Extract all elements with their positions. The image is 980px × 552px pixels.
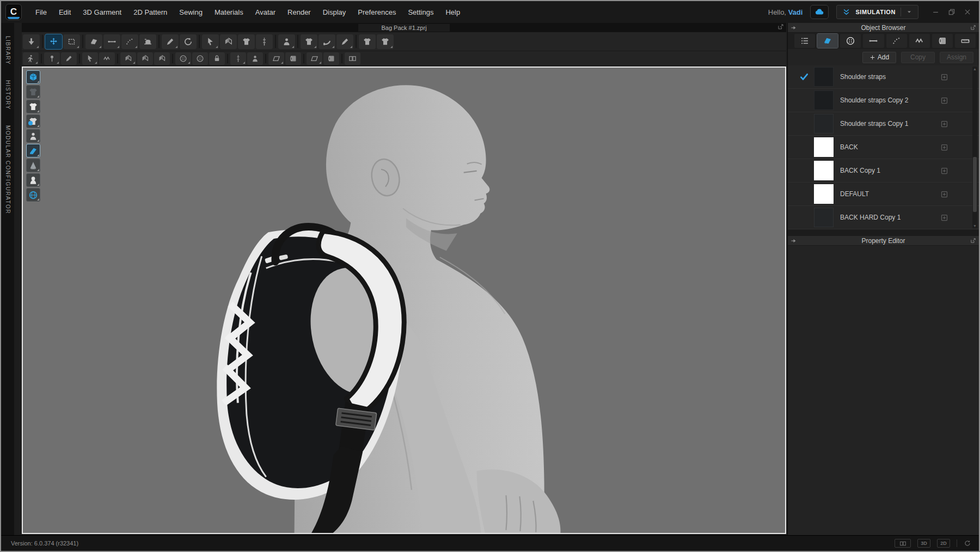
add-button[interactable]: Add	[862, 52, 896, 63]
toolbar-fit-maps-button[interactable]	[301, 34, 317, 49]
toolbar-fold-arrangement-button[interactable]	[220, 34, 237, 49]
copy-button[interactable]: Copy	[901, 52, 935, 63]
fabric-swatch[interactable]	[814, 114, 834, 134]
toolbar-flip-fold-left-button[interactable]	[359, 34, 376, 49]
save-thumbnail-icon[interactable]	[940, 190, 948, 198]
save-thumbnail-icon[interactable]	[940, 120, 948, 128]
fabric-row-shoulder-straps-copy-2[interactable]: Shoulder straps Copy 2	[788, 89, 979, 112]
show-garment-fit-button[interactable]	[26, 100, 40, 113]
fabric-swatch[interactable]	[814, 161, 834, 180]
toolbar-stylus-pen-button[interactable]	[336, 34, 353, 49]
3d-viewport[interactable]	[22, 66, 786, 534]
split-view-button[interactable]	[895, 539, 911, 548]
toolbar-edit-pinpoint-button[interactable]	[103, 34, 120, 49]
list-scrollbar[interactable]: ▲ ▼	[972, 66, 977, 228]
toolbar-arrange-plane-b-button[interactable]	[307, 52, 322, 65]
menu-display[interactable]: Display	[317, 5, 352, 20]
fabric-swatch[interactable]	[814, 208, 834, 227]
toolbar-sewing-edit-button[interactable]	[99, 52, 115, 65]
toolbar-select-box-button[interactable]	[63, 34, 80, 49]
menu-render[interactable]: Render	[281, 5, 317, 20]
toolbar-zipper-button[interactable]	[256, 34, 273, 49]
tab-topstitch[interactable]	[863, 34, 884, 48]
collapse-arrow-icon[interactable]	[791, 238, 797, 244]
assign-button[interactable]: Assign	[940, 52, 973, 63]
fabric-row-shoulder-straps-copy-1[interactable]: Shoulder straps Copy 1	[788, 112, 979, 136]
save-thumbnail-icon[interactable]	[940, 96, 948, 105]
toolbar-sewing-select-button[interactable]	[82, 52, 98, 65]
fabric-swatch[interactable]	[814, 90, 834, 110]
save-thumbnail-icon[interactable]	[940, 73, 948, 81]
fabric-row-back-copy-1[interactable]: BACK Copy 1	[788, 159, 979, 183]
scrollbar-thumb[interactable]	[973, 157, 977, 212]
toolbar-arrange-curve-b-button[interactable]	[323, 52, 339, 65]
toolbar-arrange-plane-button[interactable]	[268, 52, 284, 65]
menu-preferences[interactable]: Preferences	[352, 5, 402, 20]
toolbar-arrange-curve-button[interactable]	[285, 52, 301, 65]
simulation-mode-selector[interactable]: SIMULATION	[836, 5, 918, 19]
menu-edit[interactable]: Edit	[53, 5, 77, 20]
collapse-arrow-icon[interactable]	[791, 25, 797, 31]
popout-icon[interactable]	[777, 23, 784, 30]
toolbar-fold-left-button[interactable]	[120, 52, 136, 65]
fabric-row-shoulder-straps[interactable]: Shoulder straps	[788, 65, 979, 89]
show-avatar-silhouette-button[interactable]	[26, 173, 40, 187]
show-arrangement-points-button[interactable]	[26, 159, 40, 172]
fabric-swatch[interactable]	[814, 67, 834, 87]
clo-cloud-button[interactable]	[810, 5, 829, 19]
tab-stitch[interactable]	[886, 34, 907, 48]
menu-2d-pattern[interactable]: 2D Pattern	[127, 5, 173, 20]
menu-avatar[interactable]: Avatar	[249, 5, 281, 20]
show-pattern-outline-button[interactable]	[26, 144, 40, 157]
toolbar-avatar-size-button[interactable]	[247, 52, 263, 65]
fabric-swatch[interactable]	[814, 137, 834, 157]
toolbar-pin-button[interactable]	[162, 34, 179, 49]
tab-measure[interactable]	[955, 34, 976, 48]
toolbar-arrange-point-button[interactable]	[202, 34, 219, 49]
toolbar-button-select-button[interactable]	[175, 52, 191, 65]
tab-puckering[interactable]	[909, 34, 930, 48]
toolbar-edit-sewing-button[interactable]	[139, 34, 156, 49]
toolbar-edit-curvature-button[interactable]	[121, 34, 138, 49]
show-internal-lines-button[interactable]	[26, 85, 40, 99]
toolbar-zipper-install-button[interactable]	[230, 52, 246, 65]
restore-icon[interactable]	[948, 8, 955, 16]
user-name-link[interactable]: Vadi	[788, 8, 803, 16]
save-thumbnail-icon[interactable]	[940, 143, 948, 151]
minimize-icon[interactable]	[932, 8, 940, 16]
view-3d-button[interactable]: 3D	[917, 539, 930, 548]
fabric-row-back[interactable]: BACK	[788, 136, 979, 159]
toolbar-hanger-button[interactable]	[238, 34, 255, 49]
tab-button[interactable]	[840, 34, 861, 48]
save-thumbnail-icon[interactable]	[940, 214, 948, 222]
close-icon[interactable]	[964, 8, 971, 16]
toolbar-fold-pair-button[interactable]	[137, 52, 153, 65]
menu-settings[interactable]: Settings	[402, 5, 439, 20]
menu-materials[interactable]: Materials	[209, 5, 249, 20]
save-thumbnail-icon[interactable]	[940, 167, 948, 175]
menu-sewing[interactable]: Sewing	[173, 5, 209, 20]
show-avatar-button[interactable]	[26, 129, 40, 143]
toolbar-avatar-walk-button[interactable]	[23, 52, 39, 65]
toolbar-fold-wrinkle-button[interactable]	[154, 52, 170, 65]
chevron-down-icon[interactable]	[906, 9, 912, 15]
toolbar-gizmo-rotate-button[interactable]	[180, 34, 197, 49]
toolbar-pin-remove-button[interactable]	[61, 52, 77, 65]
document-tab[interactable]: Bag Pack #1.zprj	[358, 24, 449, 32]
toolbar-pin-select-button[interactable]	[44, 52, 60, 65]
popout-icon[interactable]	[970, 238, 976, 244]
menu-file[interactable]: File	[29, 5, 53, 20]
toolbar-button-add-button[interactable]	[192, 52, 208, 65]
toolbar-select-move-button[interactable]	[45, 34, 62, 49]
toolbar-buttonhole-button[interactable]	[209, 52, 225, 65]
sidebar-tab-modular-configurator[interactable]: MODULAR CONFIGURATOR	[5, 125, 11, 214]
toolbar-align-tools-button[interactable]	[345, 52, 360, 65]
scroll-down-icon[interactable]: ▼	[972, 223, 977, 228]
property-editor-header[interactable]: Property Editor	[788, 236, 979, 246]
show-environment-button[interactable]	[26, 188, 40, 202]
menu-help[interactable]: Help	[439, 5, 466, 20]
fabric-row-back-hard-copy-1[interactable]: BACK HARD Copy 1	[788, 206, 979, 229]
toolbar-transform-pattern-button[interactable]	[85, 34, 102, 49]
refresh-icon[interactable]	[964, 539, 971, 547]
show-strain-map-button[interactable]	[26, 114, 40, 128]
